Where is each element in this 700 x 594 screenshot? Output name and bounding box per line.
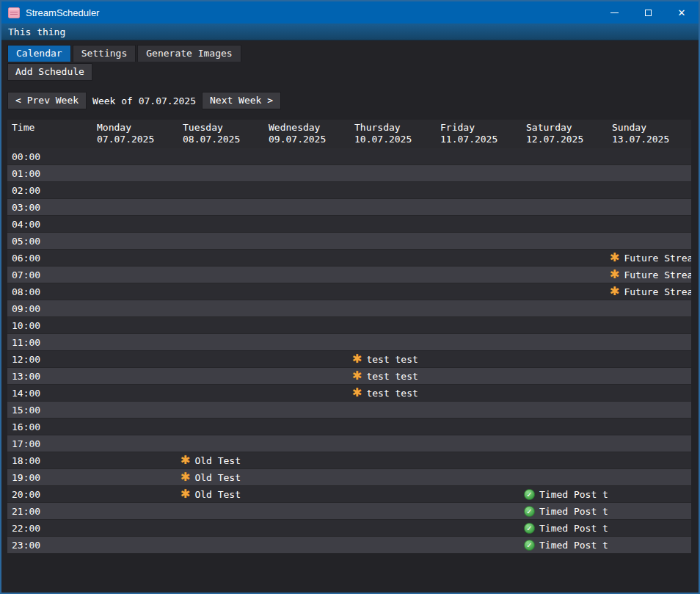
- empty-cell: [522, 351, 608, 367]
- calendar-row[interactable]: 00:00: [7, 148, 691, 165]
- maximize-button[interactable]: [631, 1, 665, 23]
- calendar-row[interactable]: 20:00✱Old Test✓Timed Post test: [7, 486, 691, 503]
- empty-cell: [522, 267, 608, 283]
- calendar-event[interactable]: ✓Timed Post test: [522, 486, 608, 502]
- calendar-row[interactable]: 06:00✱Future Stream: [7, 250, 691, 267]
- empty-cell: [92, 503, 178, 519]
- time-label: 08:00: [7, 283, 92, 300]
- empty-cell: [436, 148, 522, 164]
- calendar-row[interactable]: 12:00✱test test: [7, 351, 691, 368]
- empty-cell: [350, 182, 436, 198]
- calendar-row[interactable]: 14:00✱test test: [7, 385, 691, 402]
- time-label: 04:00: [7, 216, 92, 232]
- menu-item-this-thing[interactable]: This thing: [1, 23, 72, 40]
- calendar-row[interactable]: 08:00✱Future Stream: [7, 283, 691, 300]
- empty-cell: [436, 300, 522, 316]
- calendar-event[interactable]: ✓Timed Post test: [522, 537, 608, 553]
- time-label: 13:00: [7, 368, 92, 384]
- empty-cell: [608, 300, 691, 316]
- calendar-event[interactable]: ✓Timed Post test: [522, 520, 608, 536]
- empty-cell: [264, 503, 350, 519]
- time-label: 23:00: [7, 537, 92, 553]
- empty-cell: [178, 317, 264, 333]
- calendar-row[interactable]: 04:00: [7, 216, 691, 233]
- empty-cell: [608, 199, 691, 215]
- empty-cell: [92, 368, 178, 384]
- time-label: 10:00: [7, 317, 92, 333]
- empty-cell: [436, 402, 522, 418]
- empty-cell: [264, 233, 350, 249]
- next-week-button[interactable]: Next Week >: [202, 92, 281, 109]
- calendar-row[interactable]: 05:00: [7, 233, 691, 250]
- empty-cell: [350, 452, 436, 468]
- empty-cell: [178, 537, 264, 553]
- empty-cell: [608, 452, 691, 468]
- tab-settings[interactable]: Settings: [73, 45, 136, 62]
- empty-cell: [264, 267, 350, 283]
- calendar-event[interactable]: ✱test test: [350, 385, 436, 401]
- empty-cell: [436, 368, 522, 384]
- empty-cell: [350, 199, 436, 215]
- empty-cell: [264, 317, 350, 333]
- empty-cell: [264, 250, 350, 266]
- calendar-row[interactable]: 10:00: [7, 317, 691, 334]
- calendar-event[interactable]: ✱test test: [350, 368, 436, 384]
- calendar-row[interactable]: 02:00: [7, 182, 691, 199]
- calendar-event[interactable]: ✱test test: [350, 351, 436, 367]
- window-controls: ✕: [597, 1, 699, 23]
- calendar-event[interactable]: ✓Timed Post test: [522, 503, 608, 519]
- empty-cell: [436, 165, 522, 181]
- empty-cell: [436, 233, 522, 249]
- empty-cell: [608, 520, 691, 536]
- prev-week-button[interactable]: < Prev Week: [7, 92, 87, 109]
- close-button[interactable]: ✕: [665, 1, 699, 23]
- app-window: StreamScheduler ✕ This thing Calendar Se…: [0, 0, 700, 594]
- window-title: StreamScheduler: [26, 7, 99, 18]
- calendar-row[interactable]: 11:00: [7, 334, 691, 351]
- empty-cell: [436, 216, 522, 232]
- empty-cell: [350, 537, 436, 553]
- calendar-row[interactable]: 18:00✱Old Test: [7, 452, 691, 469]
- empty-cell: [264, 520, 350, 536]
- check-icon: ✓: [524, 489, 535, 500]
- minimize-button[interactable]: [597, 1, 631, 23]
- toolbar: Add Schedule: [7, 63, 693, 81]
- tab-calendar[interactable]: Calendar: [7, 45, 71, 62]
- empty-cell: [436, 182, 522, 198]
- calendar-row[interactable]: 23:00✓Timed Post test: [7, 537, 691, 554]
- calendar-row[interactable]: 09:00: [7, 300, 691, 317]
- check-icon: ✓: [524, 540, 535, 551]
- empty-cell: [264, 368, 350, 384]
- calendar-event[interactable]: ✱Future Stream: [608, 283, 691, 300]
- calendar-event[interactable]: ✱Old Test: [178, 452, 264, 468]
- empty-cell: [522, 283, 608, 300]
- event-title: test test: [366, 388, 418, 399]
- asterisk-icon: ✱: [610, 269, 619, 280]
- empty-cell: [608, 165, 691, 181]
- add-schedule-button[interactable]: Add Schedule: [7, 63, 92, 81]
- calendar-row[interactable]: 07:00✱Future Stream: [7, 267, 691, 283]
- day-header: Friday11.07.2025: [436, 122, 522, 145]
- calendar-row[interactable]: 19:00✱Old Test: [7, 469, 691, 486]
- calendar-row[interactable]: 03:00: [7, 199, 691, 216]
- time-label: 19:00: [7, 469, 92, 485]
- empty-cell: [92, 452, 178, 468]
- calendar-event[interactable]: ✱Old Test: [178, 486, 264, 502]
- calendar-row[interactable]: 22:00✓Timed Post test: [7, 520, 691, 537]
- calendar-row[interactable]: 01:00: [7, 165, 691, 182]
- empty-cell: [178, 300, 264, 316]
- empty-cell: [92, 148, 178, 164]
- calendar-row[interactable]: 21:00✓Timed Post test: [7, 503, 691, 520]
- calendar-row[interactable]: 13:00✱test test: [7, 368, 691, 385]
- calendar-row[interactable]: 17:00: [7, 435, 691, 452]
- calendar-event[interactable]: ✱Future Stream: [608, 250, 691, 266]
- empty-cell: [436, 283, 522, 300]
- menubar: This thing: [1, 23, 699, 40]
- calendar-event[interactable]: ✱Future Stream: [608, 267, 691, 283]
- calendar-row[interactable]: 15:00: [7, 402, 691, 419]
- empty-cell: [178, 216, 264, 232]
- empty-cell: [436, 435, 522, 452]
- tab-generate-images[interactable]: Generate Images: [137, 45, 241, 62]
- calendar-row[interactable]: 16:00: [7, 419, 691, 435]
- calendar-event[interactable]: ✱Old Test: [178, 469, 264, 485]
